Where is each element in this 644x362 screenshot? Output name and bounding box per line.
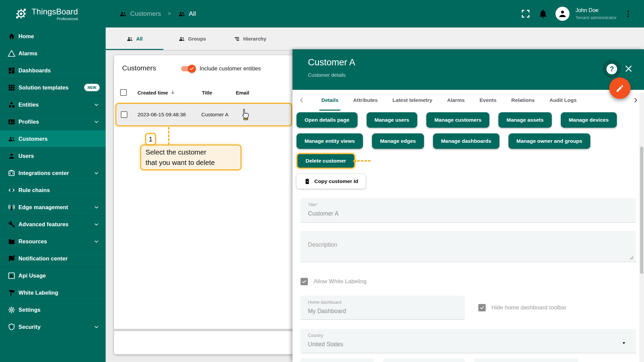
- resize-handle-icon[interactable]: [630, 256, 634, 260]
- sidebar-item-dashboards[interactable]: Dashboards: [0, 62, 106, 79]
- column-header-title[interactable]: Title: [202, 90, 236, 96]
- manage-customers-button[interactable]: Manage customers: [426, 112, 489, 128]
- clipboard-icon: [304, 178, 311, 185]
- avatar[interactable]: [555, 7, 570, 21]
- panel-tab-details[interactable]: Details: [321, 90, 338, 111]
- manage-devices-button[interactable]: Manage devices: [561, 112, 617, 128]
- person-icon: [557, 9, 568, 19]
- panel-tab-latest-telemetry[interactable]: Latest telemetry: [392, 90, 432, 111]
- title-field[interactable]: Title* Customer A: [301, 198, 636, 223]
- hide-toolbar-row: Hide home dashboard toolbar: [478, 304, 567, 311]
- home-icon: [8, 33, 15, 40]
- close-icon[interactable]: [624, 64, 633, 73]
- description-placeholder: Description: [308, 235, 629, 248]
- sidebar-item-label: Resources: [18, 238, 47, 245]
- sidebar-item-api-usage[interactable]: Api Usage: [0, 267, 106, 284]
- breadcrumb-all-label: All: [189, 10, 196, 17]
- fullscreen-icon[interactable]: [521, 9, 531, 19]
- breadcrumb-all[interactable]: All: [178, 10, 196, 18]
- sidebar-item-alarms[interactable]: Alarms: [0, 45, 106, 62]
- panel-header: Customer A Customer details: [292, 49, 644, 90]
- panel-tab-attributes[interactable]: Attributes: [353, 90, 378, 111]
- manage-dashboards-button[interactable]: Manage dashboards: [433, 133, 499, 149]
- panel-tab-alarms[interactable]: Alarms: [447, 90, 465, 111]
- sidebar-item-entities[interactable]: Entities: [0, 96, 106, 113]
- horizontal-scrollbar[interactable]: [114, 329, 293, 331]
- entity-tab-bar: All Groups Hierarchy: [106, 27, 644, 50]
- hide-home-dashboard-toolbar-checkbox[interactable]: [478, 304, 486, 311]
- logo[interactable]: ThingsBoard Professional: [0, 0, 106, 27]
- breadcrumb: Customers > All: [119, 10, 196, 18]
- customer-details-panel: Customer A Customer details Details Attr…: [292, 49, 644, 362]
- sidebar-item-resources[interactable]: Resources: [0, 233, 106, 250]
- sidebar-item-label: Dashboards: [18, 67, 51, 74]
- toggle-label: Include customer entities: [200, 65, 261, 72]
- tab-groups[interactable]: Groups: [163, 27, 221, 50]
- clipped-field: [474, 358, 578, 362]
- mouse-hand-cursor: [240, 108, 250, 120]
- sidebar-item-integrations-center[interactable]: Integrations center: [0, 164, 106, 181]
- hide-home-dashboard-toolbar-label: Hide home dashboard toolbar: [491, 304, 567, 311]
- table-row-customer-a[interactable]: 2023-06-15 09:48:38 Customer A: [115, 103, 292, 126]
- select-all-checkbox[interactable]: [120, 89, 127, 96]
- panel-tab-audit-logs[interactable]: Audit Logs: [549, 90, 577, 111]
- panel-scrollbar-track[interactable]: [639, 93, 644, 362]
- sidebar-item-customers[interactable]: Customers: [0, 130, 106, 147]
- manage-owner-and-groups-button[interactable]: Manage owner and groups: [508, 133, 590, 149]
- user-info[interactable]: John Doe Tenant administrator: [576, 7, 616, 20]
- manage-edges-button[interactable]: Manage edges: [372, 133, 424, 149]
- sidebar-item-solution-templates[interactable]: Solution templates NEW: [0, 79, 106, 96]
- edit-fab-button[interactable]: [609, 77, 631, 99]
- manage-assets-button[interactable]: Manage assets: [498, 112, 551, 128]
- home-dashboard-value: My Dashboard: [308, 308, 458, 320]
- manage-entity-views-button[interactable]: Manage entity views: [297, 133, 363, 149]
- include-customer-entities-toggle[interactable]: [181, 66, 195, 71]
- tab-all[interactable]: All: [106, 27, 163, 50]
- home-dashboard-label: Home dashboard: [308, 300, 458, 305]
- column-header-email[interactable]: Email: [236, 90, 276, 96]
- sidebar-item-profiles[interactable]: Profiles: [0, 113, 106, 130]
- help-button[interactable]: [602, 60, 621, 78]
- clipped-fields-row: [301, 358, 636, 362]
- country-select[interactable]: Country United States: [301, 329, 636, 353]
- allow-white-labeling-checkbox[interactable]: [301, 278, 308, 285]
- open-details-page-button[interactable]: Open details page: [297, 112, 358, 128]
- sidebar-item-notification-center[interactable]: Notification center: [0, 250, 106, 267]
- manage-users-button[interactable]: Manage users: [367, 112, 417, 128]
- breadcrumb-customers[interactable]: Customers: [119, 10, 161, 18]
- sidebar-item-advanced-features[interactable]: Advanced features: [0, 216, 106, 233]
- sidebar-item-rule-chains[interactable]: Rule chains: [0, 181, 106, 198]
- annotation-step-1-badge: 1: [145, 133, 156, 145]
- people-icon: [178, 10, 185, 18]
- sort-descending-icon[interactable]: [170, 90, 175, 95]
- gear-icon: [8, 306, 15, 314]
- panel-tab-events[interactable]: Events: [480, 90, 497, 111]
- people-icon: [119, 10, 127, 18]
- sidebar-item-security[interactable]: Security: [0, 318, 106, 335]
- more-menu-dots-icon[interactable]: [624, 9, 633, 19]
- row-checkbox[interactable]: [121, 111, 127, 118]
- annotation-step-1-callout: Select the customer that you want to del…: [140, 144, 241, 170]
- copy-customer-id-button[interactable]: Copy customer Id: [297, 174, 366, 189]
- tab-hierarchy[interactable]: Hierarchy: [221, 27, 279, 50]
- allow-white-labeling-label: Allow White Labeling: [314, 278, 367, 285]
- chevron-down-icon: [93, 170, 100, 176]
- sidebar-item-white-labeling[interactable]: White Labeling: [0, 284, 106, 301]
- sidebar-item-settings[interactable]: Settings: [0, 301, 106, 318]
- notifications-bell-icon[interactable]: [538, 9, 548, 19]
- sidebar-nav: Home Alarms Dashboards Solution template…: [0, 27, 106, 335]
- sidebar-item-home[interactable]: Home: [0, 27, 106, 45]
- sidebar-item-edge-management[interactable]: Edge management: [0, 198, 106, 216]
- tabs-scroll-left-icon[interactable]: [298, 97, 305, 104]
- sidebar-item-users[interactable]: Users: [0, 147, 106, 164]
- delete-customer-button[interactable]: Delete customer: [297, 153, 355, 169]
- panel-tab-relations[interactable]: Relations: [511, 90, 535, 111]
- paint-roller-icon: [8, 289, 15, 297]
- tabs-scroll-right-icon[interactable]: [632, 97, 639, 104]
- customer-details-form: Title* Customer A Description Allow Whit…: [292, 198, 644, 362]
- home-dashboard-field[interactable]: Home dashboard My Dashboard: [301, 296, 465, 320]
- column-header-created-time[interactable]: Created time: [138, 90, 191, 96]
- person-icon: [8, 152, 15, 160]
- description-field[interactable]: Description: [301, 231, 636, 262]
- panel-scrollbar-thumb[interactable]: [640, 146, 643, 274]
